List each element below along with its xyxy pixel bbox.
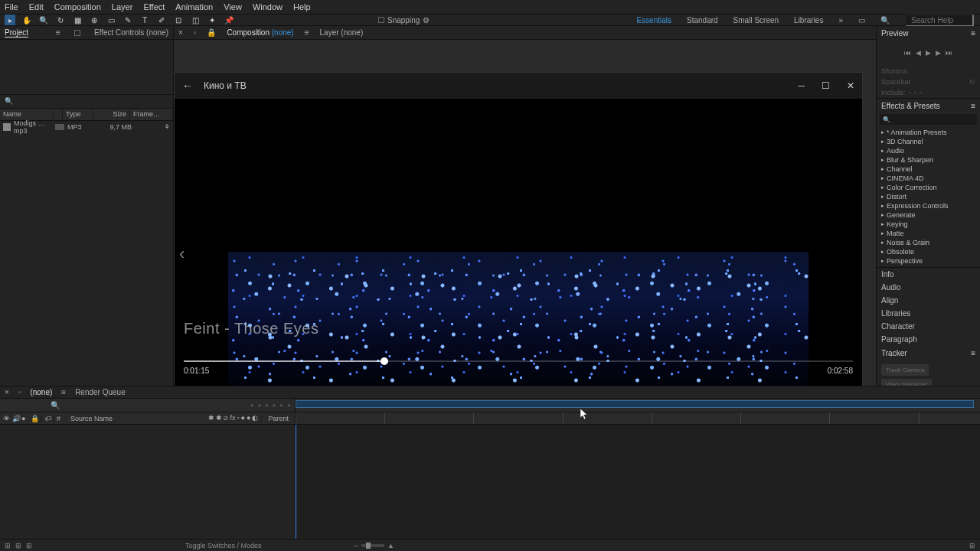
switch3-icon[interactable]: ⧄: [224, 414, 228, 422]
maximize-button[interactable]: ☐: [822, 80, 830, 91]
col-frame[interactable]: Frame…: [130, 109, 173, 120]
shape-tool-icon[interactable]: ▭: [106, 15, 116, 25]
eye-column-icon[interactable]: 👁: [3, 415, 11, 422]
minimize-button[interactable]: ─: [798, 80, 805, 91]
switch6-icon[interactable]: ●: [241, 414, 245, 422]
include-opt3-icon[interactable]: ▫: [920, 89, 922, 96]
progress-knob[interactable]: [381, 357, 388, 365]
libraries-panel-tab[interactable]: Libraries: [877, 307, 980, 320]
category-matte[interactable]: Matte: [877, 229, 980, 238]
play-icon[interactable]: ▶: [926, 49, 931, 57]
footer-icon2[interactable]: ⊞: [15, 542, 21, 549]
include-opt2-icon[interactable]: ▫: [914, 89, 916, 96]
menu-help[interactable]: Help: [293, 2, 311, 11]
preview-panel-title[interactable]: Preview: [881, 29, 909, 37]
tl-opt4-icon[interactable]: ▫: [273, 401, 276, 409]
switch4-icon[interactable]: fx: [230, 414, 235, 422]
timeline-navigator[interactable]: [296, 400, 974, 408]
menu-window[interactable]: Window: [253, 2, 283, 11]
category-distort[interactable]: Distort: [877, 192, 980, 201]
timeline-layer-list[interactable]: [0, 425, 296, 539]
previous-track-arrow[interactable]: ‹: [179, 244, 185, 264]
footer-right-icon[interactable]: ⊞: [969, 542, 975, 549]
footer-icon3[interactable]: ⊞: [26, 542, 32, 549]
selection-tool-icon[interactable]: ▸: [5, 15, 15, 25]
lock-column-icon[interactable]: 🔒: [31, 415, 38, 422]
puppet-tool-icon[interactable]: 📌: [224, 15, 234, 25]
search-help-input[interactable]: [905, 14, 974, 27]
last-frame-icon[interactable]: ⏭: [946, 49, 952, 57]
hand-tool-icon[interactable]: ✋: [21, 15, 32, 25]
tl-opt1-icon[interactable]: ▫: [251, 401, 254, 409]
zoom-tool-icon[interactable]: 🔍: [38, 15, 49, 25]
zoom-slider[interactable]: [361, 544, 384, 547]
audio-panel-tab[interactable]: Audio: [877, 281, 980, 294]
category-keying[interactable]: Keying: [877, 220, 980, 229]
category-3d-channel[interactable]: 3D Channel: [877, 137, 980, 146]
zoom-in-icon[interactable]: ▲: [387, 542, 394, 549]
layer-tab[interactable]: Layer (none): [320, 28, 364, 37]
menu-effect[interactable]: Effect: [143, 2, 165, 11]
back-button[interactable]: ←: [182, 80, 193, 92]
pan-behind-tool-icon[interactable]: ⊕: [89, 15, 100, 25]
switch5-icon[interactable]: ▫: [237, 414, 239, 422]
menu-view[interactable]: View: [224, 2, 242, 11]
tl-opt5-icon[interactable]: ▫: [280, 401, 283, 409]
close-button[interactable]: ✕: [847, 80, 854, 91]
player-titlebar[interactable]: ← Кино и ТВ ─ ☐ ✕: [175, 73, 862, 99]
workspace-overflow-icon[interactable]: »: [838, 16, 843, 24]
align-panel-tab[interactable]: Align: [877, 294, 980, 307]
timeline-track-area[interactable]: [296, 425, 980, 539]
snapping-options-icon[interactable]: ⚙: [423, 16, 430, 24]
prev-frame-icon[interactable]: ◀: [916, 49, 921, 57]
comp-tab-close-icon[interactable]: ×: [178, 28, 183, 37]
toggle-switches-modes[interactable]: Toggle Switches / Modes: [185, 542, 262, 549]
workspace-libraries[interactable]: Libraries: [794, 16, 823, 24]
camera-tool-icon[interactable]: ▦: [72, 15, 83, 25]
solo-column-icon[interactable]: ●: [21, 415, 29, 422]
audio-column-icon[interactable]: 🔊: [12, 415, 20, 422]
tracker-panel-title[interactable]: Tracker: [881, 349, 907, 357]
col-type[interactable]: Type: [63, 109, 93, 120]
playhead[interactable]: [296, 425, 296, 539]
category-animation-presets[interactable]: * Animation Presets: [877, 128, 980, 137]
timeline-ruler[interactable]: [296, 412, 980, 424]
workspace-standard[interactable]: Standard: [687, 16, 718, 24]
effects-presets-title[interactable]: Effects & Presets: [881, 102, 940, 110]
timeline-close-icon[interactable]: ×: [5, 388, 9, 396]
workspace-screen-icon[interactable]: ▭: [858, 16, 865, 24]
source-name-column[interactable]: Source Name: [66, 415, 117, 422]
composition-tab[interactable]: Composition (none): [227, 28, 293, 37]
pen-tool-icon[interactable]: ✎: [122, 15, 133, 25]
character-panel-tab[interactable]: Character: [877, 320, 980, 333]
category-obsolete[interactable]: Obsolete: [877, 247, 980, 256]
timeline-none-tab[interactable]: (none): [30, 388, 52, 396]
category-expression-controls[interactable]: Expression Controls: [877, 201, 980, 210]
effect-controls-tab[interactable]: Effect Controls (none): [94, 28, 168, 37]
comp-panel-menu-icon[interactable]: ≡: [305, 28, 309, 37]
col-label-icon[interactable]: [54, 109, 63, 120]
switch7-icon[interactable]: ●: [247, 414, 250, 422]
menu-animation[interactable]: Animation: [175, 2, 213, 11]
include-opt1-icon[interactable]: ▫: [909, 89, 911, 96]
project-file-row[interactable]: Modigs …mp3 MP3 9,7 MB ⚘: [0, 121, 173, 133]
category-cinema4d[interactable]: CINEMA 4D: [877, 174, 980, 183]
footer-icon1[interactable]: ⊞: [5, 542, 11, 549]
category-noise-grain[interactable]: Noise & Grain: [877, 238, 980, 247]
tracker-panel-menu-icon[interactable]: ≡: [971, 349, 975, 357]
roto-tool-icon[interactable]: ✦: [207, 15, 217, 25]
tl-opt6-icon[interactable]: ▫: [287, 401, 290, 409]
category-color-correction[interactable]: Color Correction: [877, 183, 980, 192]
clone-tool-icon[interactable]: ⊡: [173, 15, 184, 25]
label-column-icon[interactable]: 🏷: [41, 415, 54, 422]
category-generate[interactable]: Generate: [877, 210, 980, 220]
category-channel[interactable]: Channel: [877, 165, 980, 174]
menu-composition[interactable]: Composition: [54, 2, 101, 11]
effects-search[interactable]: 🔍: [880, 114, 977, 125]
menu-file[interactable]: File: [5, 2, 18, 11]
parent-column[interactable]: Parent: [261, 415, 295, 422]
workspace-small-screen[interactable]: Small Screen: [733, 16, 779, 24]
brush-tool-icon[interactable]: ✐: [156, 15, 167, 25]
switch1-icon[interactable]: ✱: [208, 414, 214, 422]
snapping-checkbox-icon[interactable]: [378, 17, 384, 23]
